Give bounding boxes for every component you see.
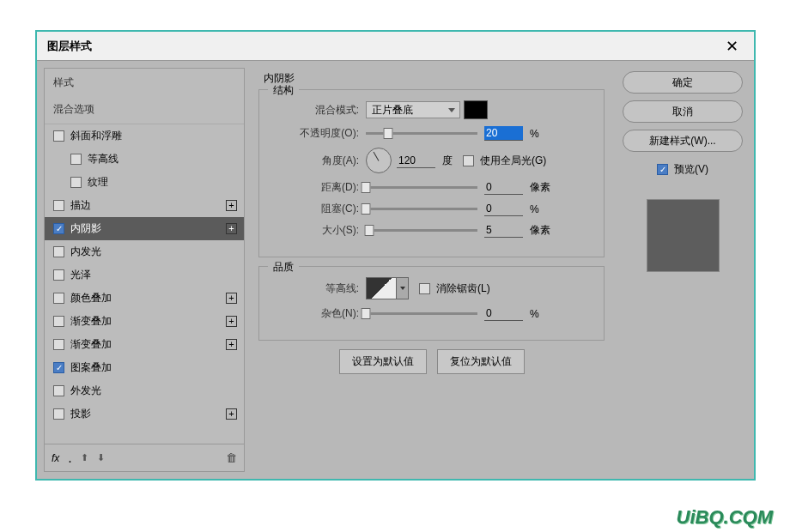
noise-input[interactable] (484, 306, 523, 321)
style-checkbox[interactable] (70, 154, 82, 165)
style-row[interactable]: 外发光 (45, 379, 244, 402)
trash-icon[interactable]: 🗑 (226, 451, 237, 464)
choke-slider[interactable] (366, 208, 477, 210)
global-light-checkbox[interactable] (463, 155, 474, 166)
style-checkbox[interactable] (53, 385, 64, 396)
style-row[interactable]: 纹理 (45, 171, 244, 194)
choke-label: 阻塞(C): (273, 202, 359, 216)
antialias-checkbox[interactable] (419, 283, 430, 294)
size-input[interactable] (484, 223, 523, 238)
style-checkbox[interactable] (53, 293, 64, 304)
arrow-down-icon[interactable]: ⬇ (97, 452, 105, 463)
plus-icon[interactable]: + (226, 200, 237, 211)
watermark: UiBQ.CQM (677, 506, 773, 529)
style-label: 图案叠加 (70, 360, 112, 375)
style-label: 描边 (70, 198, 91, 213)
style-checkbox[interactable] (53, 316, 64, 327)
arrow-up-icon[interactable]: ⬆ (81, 452, 88, 463)
style-checkbox[interactable] (53, 246, 64, 257)
settings-panel: 内阴影 结构 混合模式: 正片叠底 不透明度(O): % 角度(A): (252, 68, 611, 472)
opacity-slider[interactable] (366, 132, 477, 135)
size-label: 大小(S): (273, 223, 359, 238)
style-label: 外发光 (70, 384, 101, 398)
styles-panel: 样式 混合选项 斜面和浮雕等高线纹理描边+内阴影+内发光光泽颜色叠加+渐变叠加+… (44, 68, 245, 444)
angle-unit: 度 (442, 154, 453, 168)
distance-input[interactable] (484, 180, 523, 195)
set-default-button[interactable]: 设置为默认值 (339, 349, 427, 374)
global-light-label: 使用全局光(G) (480, 154, 546, 168)
blend-mode-select[interactable]: 正片叠底 (366, 101, 460, 118)
plus-icon[interactable]: + (226, 408, 237, 420)
style-label: 纹理 (88, 175, 108, 190)
style-row[interactable]: 投影+ (45, 402, 244, 426)
style-row[interactable]: 内发光 (45, 240, 244, 263)
right-panel: 确定 取消 新建样式(W)... 预览(V) (618, 68, 747, 472)
preview-box (647, 199, 720, 272)
style-label: 内阴影 (70, 221, 101, 236)
plus-icon[interactable]: + (226, 293, 237, 304)
style-checkbox[interactable] (53, 200, 64, 211)
style-checkbox[interactable] (53, 339, 64, 350)
structure-fieldset: 结构 混合模式: 正片叠底 不透明度(O): % 角度(A): 度 (258, 89, 605, 257)
style-row[interactable]: 描边+ (45, 194, 244, 217)
style-label: 渐变叠加 (70, 337, 112, 352)
style-label: 内发光 (70, 245, 101, 259)
style-label: 光泽 (70, 268, 91, 282)
quality-fieldset: 品质 等高线: 消除锯齿(L) 杂色(N): % (258, 266, 605, 341)
noise-unit: % (530, 308, 539, 320)
plus-icon[interactable]: + (226, 223, 237, 234)
new-style-button[interactable]: 新建样式(W)... (623, 130, 743, 152)
opacity-unit: % (530, 128, 539, 140)
plus-icon[interactable]: + (226, 339, 237, 350)
styles-header[interactable]: 样式 (45, 69, 244, 97)
fx-label[interactable]: fx (52, 452, 59, 464)
style-row[interactable]: 内阴影+ (45, 217, 244, 240)
choke-unit: % (530, 203, 539, 215)
style-checkbox[interactable] (53, 362, 64, 373)
distance-label: 距离(D): (273, 180, 359, 195)
style-row[interactable]: 斜面和浮雕 (45, 124, 244, 148)
style-checkbox[interactable] (53, 408, 64, 420)
blend-mode-label: 混合模式: (273, 103, 359, 118)
style-row[interactable]: 等高线 (45, 148, 244, 171)
style-row[interactable]: 渐变叠加+ (45, 310, 244, 333)
reset-default-button[interactable]: 复位为默认值 (437, 349, 525, 374)
angle-label: 角度(A): (273, 154, 359, 168)
style-row[interactable]: 颜色叠加+ (45, 287, 244, 310)
style-row[interactable]: 光泽 (45, 263, 244, 287)
angle-dial[interactable] (366, 148, 392, 173)
plus-icon[interactable]: + (226, 316, 237, 327)
quality-legend: 品质 (268, 260, 299, 275)
preview-checkbox[interactable] (657, 164, 668, 175)
opacity-label: 不透明度(O): (273, 126, 359, 141)
style-checkbox[interactable] (53, 223, 64, 234)
style-label: 颜色叠加 (70, 291, 112, 305)
choke-input[interactable] (484, 202, 523, 216)
style-row[interactable]: 图案叠加 (45, 356, 244, 379)
cancel-button[interactable]: 取消 (623, 100, 743, 123)
color-swatch[interactable] (464, 100, 488, 119)
size-slider[interactable] (366, 229, 477, 232)
contour-swatch[interactable] (366, 277, 397, 299)
antialias-label: 消除锯齿(L) (436, 281, 490, 296)
style-checkbox[interactable] (53, 130, 64, 142)
style-checkbox[interactable] (53, 269, 64, 281)
down-icon: . (68, 450, 71, 466)
structure-legend: 结构 (268, 83, 299, 98)
contour-label: 等高线: (273, 281, 359, 296)
opacity-input[interactable] (484, 126, 523, 141)
style-checkbox[interactable] (70, 177, 82, 188)
ok-button[interactable]: 确定 (623, 71, 743, 94)
contour-dropdown-icon[interactable] (397, 277, 409, 299)
close-icon[interactable]: ✕ (720, 35, 744, 57)
distance-slider[interactable] (366, 186, 477, 189)
size-unit: 像素 (530, 223, 550, 238)
layer-style-dialog: 图层样式 ✕ 样式 混合选项 斜面和浮雕等高线纹理描边+内阴影+内发光光泽颜色叠… (35, 30, 756, 481)
style-label: 斜面和浮雕 (70, 129, 122, 143)
style-label: 等高线 (88, 152, 118, 166)
angle-input[interactable] (397, 154, 435, 168)
blend-options-header[interactable]: 混合选项 (45, 97, 244, 124)
noise-slider[interactable] (366, 312, 477, 315)
preview-label: 预览(V) (674, 162, 708, 177)
style-row[interactable]: 渐变叠加+ (45, 333, 244, 356)
